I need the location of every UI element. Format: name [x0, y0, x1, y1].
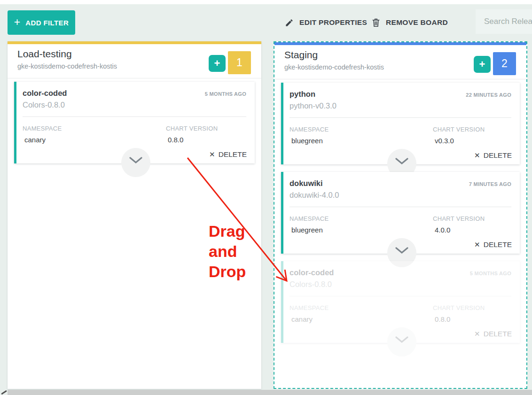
- release-name: color-coded: [23, 89, 67, 98]
- delete-button[interactable]: ✕ DELETE: [209, 150, 247, 159]
- delete-button: ✕ DELETE: [474, 330, 512, 338]
- add-release-button[interactable]: +: [209, 55, 226, 72]
- namespace-value: canary: [23, 136, 166, 144]
- namespace-label: NAMESPACE: [23, 125, 166, 132]
- horizontal-scrollbar[interactable]: [8, 390, 532, 395]
- close-icon: ✕: [474, 151, 480, 160]
- edit-properties-button[interactable]: EDIT PROPERTIES: [285, 16, 367, 29]
- add-filter-label: ADD FILTER: [25, 19, 69, 27]
- trash-icon: [372, 18, 380, 27]
- chart-version-label: CHART VERSION: [166, 125, 246, 132]
- chart-version-label: CHART VERSION: [433, 304, 511, 311]
- delete-label: DELETE: [484, 151, 512, 160]
- release-chart: dokuwiki-4.0.0: [289, 191, 511, 200]
- pencil-icon: [285, 18, 294, 27]
- chevron-down-icon: [395, 158, 408, 165]
- divider: [289, 207, 511, 207]
- expand-button: [387, 327, 416, 356]
- release-name: dokuwiki: [289, 179, 323, 188]
- top-strip: [0, 0, 532, 4]
- delete-button[interactable]: ✕ DELETE: [474, 151, 512, 160]
- release-card[interactable]: color-coded 5 MONTHS AGO Colors-0.8.0 NA…: [14, 82, 255, 163]
- release-name: python: [289, 90, 315, 99]
- divider: [289, 117, 511, 118]
- release-age: 22 MINUTES AGO: [466, 92, 511, 98]
- namespace-label: NAMESPACE: [289, 304, 433, 311]
- divider: [23, 116, 246, 117]
- release-chart: python-v0.3.0: [289, 101, 511, 110]
- chart-version-label: CHART VERSION: [433, 126, 511, 133]
- release-card[interactable]: dokuwiki 7 MINUTES AGO dokuwiki-4.0.0 NA…: [281, 172, 520, 254]
- namespace-value: bluegreen: [289, 226, 433, 234]
- release-chart: Colors-0.8.0: [289, 280, 511, 289]
- delete-label: DELETE: [484, 240, 512, 249]
- cards-container: color-coded 5 MONTHS AGO Colors-0.8.0 NA…: [8, 78, 261, 163]
- release-count-badge: 1: [228, 51, 251, 74]
- delete-label: DELETE: [484, 330, 512, 338]
- add-release-button[interactable]: +: [474, 56, 491, 73]
- edit-properties-label: EDIT PROPERTIES: [299, 18, 367, 27]
- namespace-value: bluegreen: [289, 137, 433, 145]
- board-column-load-testing[interactable]: Load-testing gke-kostisdemo-codefresh-ko…: [8, 41, 261, 389]
- chart-version-value: 4.0.0: [433, 226, 511, 234]
- close-icon: ✕: [209, 150, 215, 159]
- chart-version-value: 0.8.0: [433, 315, 511, 323]
- cards-container: python 22 MINUTES AGO python-v0.3.0 NAME…: [274, 79, 526, 343]
- release-age: 5 MONTHS AGO: [470, 271, 511, 276]
- namespace-label: NAMESPACE: [289, 215, 433, 222]
- delete-label: DELETE: [219, 150, 247, 159]
- plus-icon: +: [14, 17, 20, 28]
- chart-version-value: v0.3.0: [433, 137, 511, 145]
- close-icon: ✕: [474, 330, 480, 338]
- release-card-drag-ghost: color-coded 5 MONTHS AGO Colors-0.8.0 NA…: [281, 261, 520, 343]
- release-age: 5 MONTHS AGO: [205, 91, 246, 97]
- chart-version-value: 0.8.0: [166, 136, 246, 144]
- close-icon: ✕: [474, 240, 480, 249]
- namespace-label: NAMESPACE: [289, 126, 433, 133]
- release-age: 7 MINUTES AGO: [469, 181, 511, 187]
- resize-corner-icon: [1, 390, 7, 395]
- release-card[interactable]: python 22 MINUTES AGO python-v0.3.0 NAME…: [281, 83, 520, 164]
- divider: [289, 296, 511, 296]
- release-count: 1: [236, 56, 243, 69]
- expand-button[interactable]: [121, 148, 150, 177]
- release-name: color-coded: [289, 268, 334, 277]
- release-count-badge: 2: [493, 52, 516, 75]
- column-header: Staging gke-kostisdemo-codefresh-kostis …: [274, 45, 526, 79]
- release-chart: Colors-0.8.0: [23, 101, 246, 109]
- column-header: Load-testing gke-kostisdemo-codefresh-ko…: [8, 44, 261, 78]
- chart-version-label: CHART VERSION: [433, 215, 511, 222]
- remove-board-label: REMOVE BOARD: [386, 18, 448, 27]
- board-column-staging[interactable]: Staging gke-kostisdemo-codefresh-kostis …: [274, 41, 527, 389]
- release-count: 2: [501, 57, 508, 70]
- chevron-down-icon: [395, 247, 408, 254]
- plus-icon: +: [214, 57, 220, 69]
- chevron-down-icon: [395, 336, 408, 343]
- delete-button[interactable]: ✕ DELETE: [474, 240, 512, 249]
- namespace-value: canary: [289, 315, 433, 323]
- plus-icon: +: [479, 58, 485, 70]
- remove-board-button[interactable]: REMOVE BOARD: [372, 16, 448, 29]
- chevron-down-icon: [129, 157, 142, 164]
- add-filter-button[interactable]: + ADD FILTER: [8, 10, 75, 35]
- search-releases-input[interactable]: [476, 9, 532, 34]
